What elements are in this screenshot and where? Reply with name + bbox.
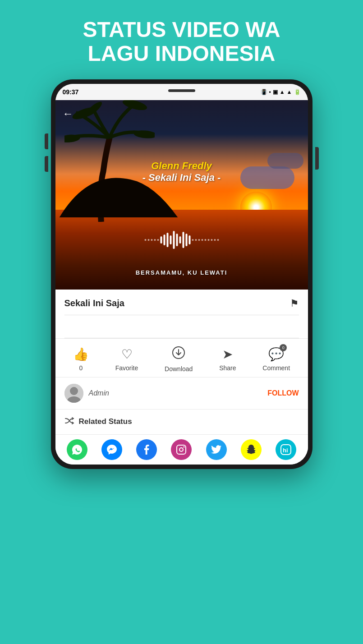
phone-speaker <box>168 89 195 92</box>
video-text-overlay: Glenn Fredly - Sekali Ini Saja - <box>142 160 221 184</box>
comment-badge: 💬 0 <box>268 347 284 362</box>
admin-info: Admin <box>64 384 109 403</box>
action-row: 👍 0 ♡ Favorite Download <box>55 338 308 377</box>
admin-row: Admin FOLLOW <box>55 377 308 409</box>
instagram-share-button[interactable] <box>171 439 192 460</box>
comment-count-badge: 0 <box>280 344 287 351</box>
comment-label: Comment <box>262 364 290 372</box>
like-count: 0 <box>79 364 83 372</box>
status-bar: 09:37 📳 • ▣ ▲ ▲ 🔋 <box>55 84 308 100</box>
status-time: 09:37 <box>63 88 79 96</box>
power-button <box>315 147 319 170</box>
download-button[interactable]: Download <box>165 346 193 373</box>
empty-space <box>55 315 308 338</box>
social-share-bar: hi <box>55 434 308 465</box>
share-icon: ➤ <box>222 347 233 362</box>
volume-button-1 <box>45 133 48 149</box>
admin-avatar <box>64 384 83 403</box>
content-card: Sekali Ini Saja ⚑ 👍 0 ♡ Favorite <box>55 290 308 465</box>
twitter-share-button[interactable] <box>206 439 227 460</box>
favorite-button[interactable]: ♡ Favorite <box>115 347 138 372</box>
favorite-label: Favorite <box>115 364 138 372</box>
heart-icon: ♡ <box>121 347 133 362</box>
share-label: Share <box>219 364 236 372</box>
follow-button[interactable]: FOLLOW <box>267 389 299 397</box>
messenger-share-button[interactable] <box>101 439 122 460</box>
song-info-row: Sekali Ini Saja ⚑ <box>55 290 308 315</box>
back-button[interactable]: ← <box>63 107 74 120</box>
snapchat-share-button[interactable] <box>241 439 262 460</box>
whatsapp-share-button[interactable] <box>67 439 87 460</box>
subtitle-text: BERSAMAMU, KU LEWATI <box>136 269 228 276</box>
comment-button[interactable]: 💬 0 Comment <box>262 347 290 372</box>
download-label: Download <box>165 365 193 373</box>
volume-button-2 <box>45 156 48 172</box>
shuffle-icon <box>64 416 74 428</box>
song-card-title: Sekali Ini Saja <box>64 298 124 308</box>
song-title-overlay: - Sekali Ini Saja - <box>142 172 221 184</box>
like-icon: 👍 <box>73 347 89 362</box>
related-status-row: Related Status <box>55 409 308 434</box>
phone-screen: 09:37 📳 • ▣ ▲ ▲ 🔋 <box>55 84 308 465</box>
facebook-share-button[interactable] <box>136 439 157 460</box>
artist-name: Glenn Fredly <box>142 160 221 172</box>
page-title: STATUS VIDEO WA LAGU INDONESIA <box>64 18 298 66</box>
status-icons: 📳 • ▣ ▲ ▲ 🔋 <box>261 89 301 95</box>
phone-mockup: 09:37 📳 • ▣ ▲ ▲ 🔋 <box>51 79 312 469</box>
download-icon <box>172 346 185 363</box>
svg-text:hi: hi <box>283 447 288 454</box>
sea-bg <box>55 210 308 289</box>
waveform <box>144 231 219 249</box>
like-button[interactable]: 👍 0 <box>73 347 89 372</box>
svg-point-11 <box>184 446 185 447</box>
cloud-1 <box>240 166 294 189</box>
hi-share-button[interactable]: hi <box>276 439 296 460</box>
share-button[interactable]: ➤ Share <box>219 347 236 372</box>
cloud-2 <box>267 153 303 169</box>
flag-icon[interactable]: ⚑ <box>290 298 299 309</box>
admin-name: Admin <box>89 389 109 397</box>
video-area[interactable]: ← Glenn Fredly - Sekali Ini Saja - <box>55 100 308 290</box>
svg-point-10 <box>179 448 183 451</box>
svg-point-7 <box>70 387 78 395</box>
related-status-label: Related Status <box>79 417 132 426</box>
